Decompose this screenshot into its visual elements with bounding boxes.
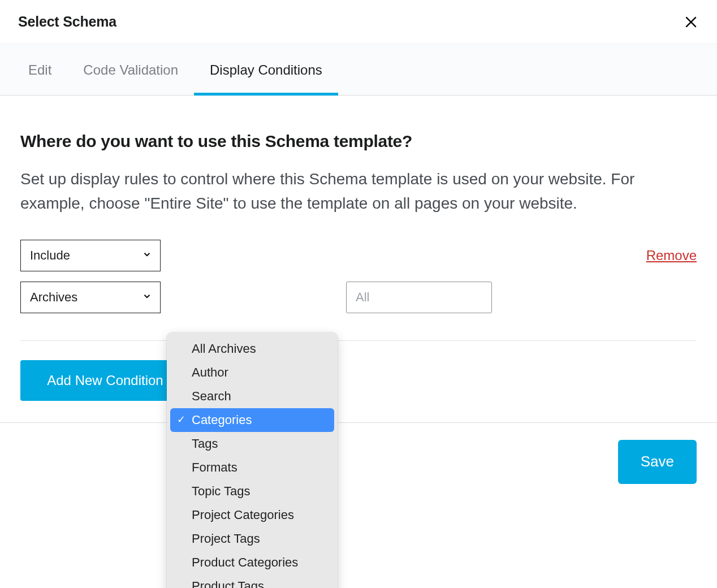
- dropdown-option-selected[interactable]: Categories: [170, 408, 334, 432]
- dropdown-option[interactable]: Search: [170, 384, 334, 408]
- body-description: Set up display rules to control where th…: [20, 167, 642, 216]
- dropdown-option[interactable]: Topic Tags: [170, 479, 334, 503]
- condition-row-top: Include Remove: [20, 240, 697, 271]
- chevron-down-icon: [142, 290, 152, 305]
- include-select-value: Include: [30, 248, 70, 263]
- select-schema-modal: Select Schema Edit Code Validation Displ…: [0, 0, 717, 501]
- target-value-input[interactable]: All: [346, 282, 492, 313]
- modal-title: Select Schema: [18, 14, 116, 30]
- modal-header: Select Schema: [0, 0, 717, 44]
- modal-body: Where do you want to use this Schema tem…: [0, 96, 717, 422]
- remove-condition-link[interactable]: Remove: [646, 248, 697, 263]
- include-select[interactable]: Include: [20, 240, 161, 271]
- dropdown-option[interactable]: Product Tags: [170, 574, 334, 588]
- add-condition-row: Add New Condition: [20, 341, 697, 422]
- close-button[interactable]: [683, 14, 699, 30]
- target-select-dropdown[interactable]: All Archives Author Search Categories Ta…: [167, 332, 338, 588]
- dropdown-option[interactable]: Tags: [170, 432, 334, 456]
- modal-footer: Save: [0, 422, 717, 501]
- add-new-condition-button[interactable]: Add New Condition: [20, 360, 190, 401]
- dropdown-option[interactable]: Author: [170, 361, 334, 384]
- archive-type-select[interactable]: Archives: [20, 282, 161, 313]
- tab-code-validation[interactable]: Code Validation: [75, 44, 186, 95]
- tab-edit[interactable]: Edit: [20, 44, 59, 95]
- condition-row-bottom: Archives All: [20, 282, 697, 341]
- target-value-placeholder: All: [356, 290, 369, 305]
- chevron-down-icon: [142, 248, 152, 263]
- tab-bar: Edit Code Validation Display Conditions: [0, 44, 717, 96]
- archive-type-value: Archives: [30, 290, 77, 305]
- dropdown-option[interactable]: Project Categories: [170, 503, 334, 527]
- dropdown-option[interactable]: Product Categories: [170, 551, 334, 574]
- dropdown-option[interactable]: All Archives: [170, 337, 334, 361]
- save-button[interactable]: Save: [618, 440, 697, 484]
- dropdown-option[interactable]: Project Tags: [170, 527, 334, 551]
- tab-display-conditions[interactable]: Display Conditions: [202, 44, 330, 95]
- body-heading: Where do you want to use this Schema tem…: [20, 132, 697, 151]
- dropdown-option[interactable]: Formats: [170, 456, 334, 479]
- close-icon: [684, 15, 698, 29]
